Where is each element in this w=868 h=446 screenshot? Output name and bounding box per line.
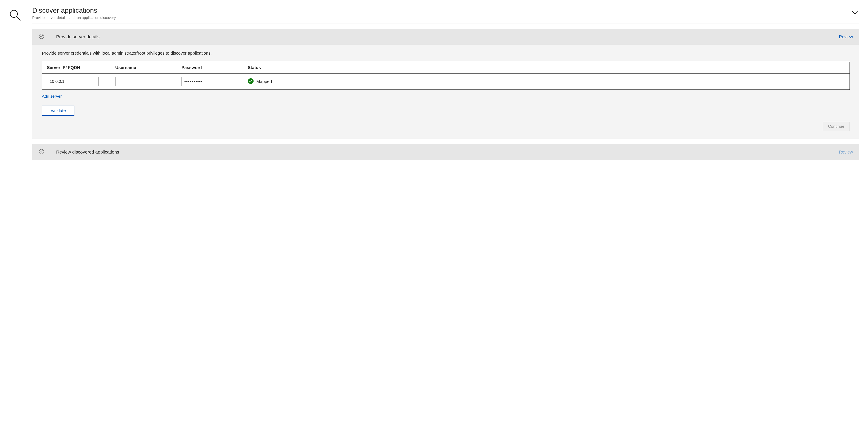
continue-button: Continue: [823, 122, 850, 131]
username-input[interactable]: [115, 77, 167, 86]
password-input[interactable]: [182, 77, 233, 86]
section-description: Provide server credentials with local ad…: [42, 51, 850, 56]
svg-line-1: [17, 17, 21, 21]
svg-point-3: [248, 78, 254, 84]
section-title: Provide server details: [56, 34, 100, 39]
server-table: Server IP/ FQDN Username Password Status: [42, 62, 850, 90]
server-ip-input[interactable]: [47, 77, 98, 86]
column-header-username: Username: [115, 65, 178, 70]
validate-button[interactable]: Validate: [42, 105, 74, 116]
checkmark-circle-icon: [39, 34, 44, 40]
status-cell: Mapped: [248, 78, 272, 85]
page-subtitle: Provide server details and run applicati…: [32, 16, 116, 20]
page-title: Discover applications: [32, 6, 116, 14]
search-icon: [9, 19, 22, 22]
success-check-icon: [248, 78, 254, 85]
svg-point-2: [39, 34, 44, 39]
section-provide-server-details: Provide server details Review Provide se…: [32, 29, 859, 139]
chevron-down-icon[interactable]: [852, 11, 858, 15]
add-server-link[interactable]: Add server: [42, 94, 62, 99]
review-link[interactable]: Review: [839, 150, 853, 155]
table-row: Mapped: [42, 73, 849, 90]
section-header: Review discovered applications Review: [32, 144, 859, 160]
table-header: Server IP/ FQDN Username Password Status: [42, 62, 849, 73]
divider: [32, 23, 859, 24]
svg-point-4: [39, 149, 44, 154]
section-review-discovered-applications: Review discovered applications Review: [32, 144, 859, 160]
review-link[interactable]: Review: [839, 34, 853, 39]
column-header-password: Password: [182, 65, 244, 70]
svg-point-0: [10, 10, 18, 18]
column-header-ip: Server IP/ FQDN: [47, 65, 112, 70]
column-header-status: Status: [248, 65, 845, 70]
checkmark-circle-icon: [39, 149, 44, 155]
section-title: Review discovered applications: [56, 150, 119, 155]
section-header: Provide server details Review: [32, 29, 859, 45]
status-text: Mapped: [256, 79, 272, 84]
section-body: Provide server credentials with local ad…: [32, 45, 859, 139]
